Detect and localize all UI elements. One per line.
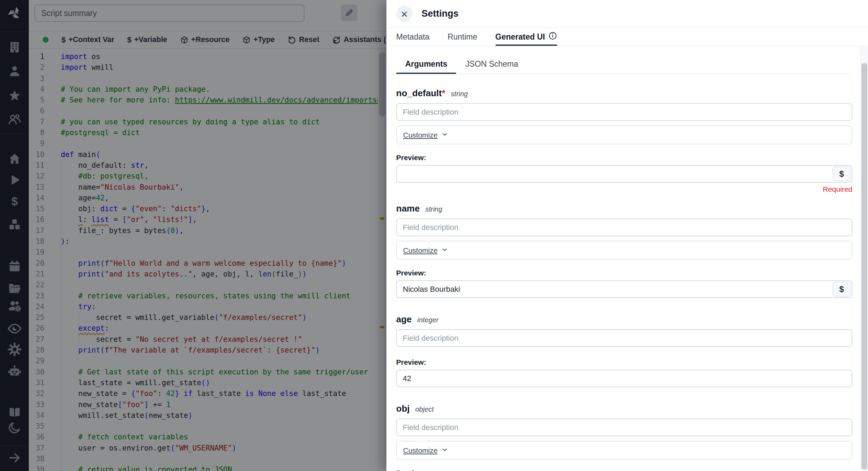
schema-subtabs: Arguments JSON Schema [396,54,852,74]
field-description-input[interactable] [396,419,852,436]
argument-type: integer [417,316,439,324]
field-description-input[interactable] [396,218,852,236]
dollar-insert-button[interactable]: $ [833,282,851,297]
close-button[interactable]: × [396,6,412,22]
drawer-title: Settings [422,8,459,19]
tab-runtime[interactable]: Runtime [448,28,477,46]
drawer-dim-overlay[interactable] [0,0,386,471]
argument-type: string [425,205,442,213]
argument-age: age integer Preview: [396,314,852,387]
required-note: Required [396,185,852,193]
tab-metadata[interactable]: Metadata [396,28,429,46]
argument-name: age [396,314,412,325]
tab-generated-ui[interactable]: Generated UI [495,28,557,46]
customize-toggle[interactable]: Customize [396,241,852,260]
preview-input[interactable] [396,280,852,298]
drawer-scrollbar[interactable] [860,47,868,471]
argument-obj: obj object Customize Preview: 1{2 "even"… [396,403,852,471]
settings-drawer: × Settings Metadata Runtime Generated UI… [386,0,868,471]
preview-label: Preview: [396,469,852,471]
argument-name: no_default* [396,88,445,99]
field-description-input[interactable] [396,329,852,347]
required-asterisk: * [442,88,445,98]
argument-name-field: name string Customize Preview: $ [396,203,852,298]
preview-input[interactable] [396,370,852,387]
generated-ui-content: Arguments JSON Schema no_default* string… [386,54,868,471]
argument-name: obj [396,403,410,414]
argument-no-default: no_default* string Customize Preview: $ … [396,88,852,193]
info-icon [548,31,557,42]
argument-name: name [396,203,420,214]
chevron-down-icon [441,246,449,255]
customize-toggle[interactable]: Customize [396,125,852,144]
chevron-down-icon [441,131,449,140]
preview-label: Preview: [396,269,852,277]
dollar-insert-button[interactable]: $ [833,166,851,181]
field-description-input[interactable] [396,103,852,121]
preview-input[interactable] [396,165,852,183]
drawer-scrollbar-thumb[interactable] [861,63,867,470]
subtab-json-schema[interactable]: JSON Schema [456,54,527,74]
preview-label: Preview: [396,154,852,162]
subtab-arguments[interactable]: Arguments [396,54,456,74]
argument-type: object [415,405,434,413]
settings-tabs: Metadata Runtime Generated UI [386,28,868,46]
drawer-header: × Settings [386,0,868,28]
customize-toggle[interactable]: Customize [396,441,852,460]
preview-label: Preview: [396,358,852,366]
chevron-down-icon [441,446,449,455]
argument-type: string [451,90,468,98]
close-icon: × [401,8,408,20]
